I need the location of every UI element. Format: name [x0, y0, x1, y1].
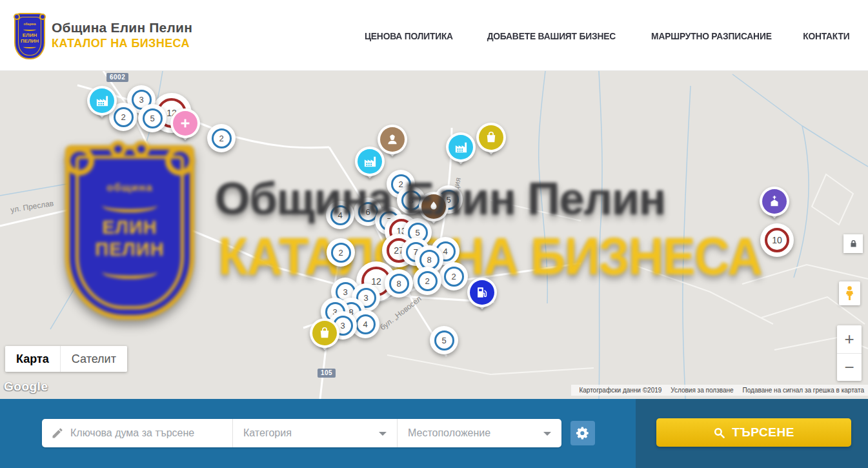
location-select[interactable]: Местоположение	[397, 419, 561, 447]
header: община ЕЛИН ПЕЛИН Община Елин Пелин КАТА…	[0, 0, 868, 71]
municipality-crest-logo: община ЕЛИН ПЕЛИН	[14, 10, 45, 59]
map-cluster[interactable]: 2	[327, 238, 355, 267]
google-logo[interactable]: Google	[4, 380, 48, 394]
factory-icon	[449, 135, 473, 159]
road-number-badge: 6002	[106, 73, 128, 82]
map-cluster[interactable]: 8	[385, 269, 413, 298]
map-cluster[interactable]: 2	[207, 124, 236, 152]
report-map-error-link[interactable]: Подаване на сигнал за грешка в картата	[743, 387, 864, 394]
nav-route-schedule[interactable]: МАРШРУТНО РАЗПИСАНИЕ	[651, 30, 772, 41]
map-pin-industry[interactable]	[355, 147, 385, 176]
map-data-copyright: Картографски данни ©2019	[579, 387, 661, 394]
bag-icon	[312, 321, 337, 345]
nav-pricing-policy[interactable]: ЦЕНОВА ПОЛИТИКА	[365, 30, 453, 41]
fuel-icon	[470, 280, 494, 305]
lock-icon	[849, 239, 858, 249]
advanced-search-button[interactable]	[570, 421, 595, 445]
map-pin-industry[interactable]	[446, 132, 476, 162]
pegman-icon	[842, 285, 857, 302]
site-subtitle: КАТАЛОГ НА БИЗНЕСА	[52, 37, 192, 50]
map-pin-shopping[interactable]	[476, 123, 506, 152]
google-map[interactable]: КАТАЛОГ НА БИЗНЕСА ул. Преславбул. „Ново…	[0, 71, 868, 399]
category-select[interactable]: Категория	[232, 419, 397, 447]
keyword-field[interactable]	[42, 419, 232, 447]
bag-icon	[479, 125, 503, 150]
plus-icon	[173, 111, 197, 136]
map-pin-shopping[interactable]	[310, 318, 339, 348]
factory-icon	[358, 149, 382, 174]
church-icon	[762, 189, 787, 214]
zoom-out-button[interactable]: −	[837, 354, 862, 382]
chevron-down-icon	[543, 432, 551, 436]
map-cluster[interactable]: 5	[430, 326, 458, 354]
map-pin-health[interactable]	[170, 108, 200, 138]
lock-control[interactable]	[843, 234, 863, 253]
watermark-crest: община ЕЛИН ПЕЛИН	[59, 139, 200, 322]
road-number-badge: 105	[318, 369, 336, 378]
pencil-icon	[51, 427, 64, 440]
map-cluster[interactable]: 2	[413, 267, 441, 295]
search-icon	[713, 427, 725, 439]
map-pin-fuel[interactable]	[467, 278, 497, 307]
chevron-down-icon	[379, 432, 387, 436]
map-type-satellite-button[interactable]: Сателит	[60, 346, 127, 372]
search-panel: Категория Местоположение ТЪРСЕНЕ	[0, 399, 868, 468]
map-cluster[interactable]: 10	[760, 223, 794, 257]
map-cluster[interactable]: 5	[138, 104, 167, 132]
map-pin-church[interactable]	[760, 187, 789, 216]
zoom-in-button[interactable]: +	[837, 325, 862, 354]
gear-icon	[576, 426, 590, 440]
search-button-wrap: ТЪРСЕНЕ	[636, 399, 868, 468]
map-type-control: Карта Сателит	[5, 346, 127, 372]
nav-add-your-business[interactable]: ДОБАВЕТЕ ВАШИЯТ БИЗНЕС	[487, 30, 616, 41]
nav-contacts[interactable]: КОНТАКТИ	[803, 30, 850, 41]
map-cluster[interactable]: 2	[439, 262, 468, 290]
factory-icon	[90, 88, 114, 113]
map-attribution: Картографски данни ©2019 Условия за полз…	[571, 385, 868, 396]
search-button[interactable]: ТЪРСЕНЕ	[656, 418, 851, 447]
watermark-municipality-text: Община Елин Пелин	[215, 173, 665, 225]
search-fields: Категория Местоположение	[42, 419, 561, 447]
zoom-control: + −	[837, 325, 862, 381]
main-nav: ЦЕНОВА ПОЛИТИКА ДОБАВЕТЕ ВАШИЯТ БИЗНЕС М…	[361, 0, 852, 71]
map-pin-industry[interactable]	[87, 86, 117, 116]
site-title: Община Елин Пелин	[52, 20, 192, 36]
brand[interactable]: община ЕЛИН ПЕЛИН Община Елин Пелин КАТА…	[14, 10, 192, 59]
terms-of-use-link[interactable]: Условия за ползване	[671, 387, 733, 394]
map-type-map-button[interactable]: Карта	[5, 346, 60, 372]
street-view-pegman[interactable]	[839, 281, 860, 305]
keyword-search-input[interactable]	[70, 427, 232, 439]
